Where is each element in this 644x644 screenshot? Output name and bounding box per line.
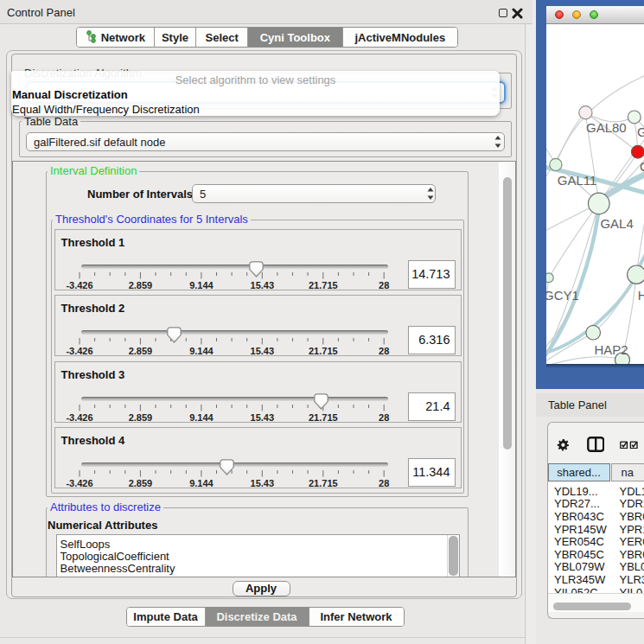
svg-text:GAL11: GAL11: [557, 173, 596, 188]
svg-text:C: C: [640, 159, 644, 174]
svg-text:H: H: [637, 288, 644, 303]
svg-text:GCY1: GCY1: [546, 288, 579, 303]
svg-text:GAL4: GAL4: [600, 216, 633, 231]
svg-text:G.: G.: [637, 124, 644, 139]
svg-text:HAP2: HAP2: [594, 342, 628, 357]
svg-text:GAL80: GAL80: [586, 120, 627, 135]
